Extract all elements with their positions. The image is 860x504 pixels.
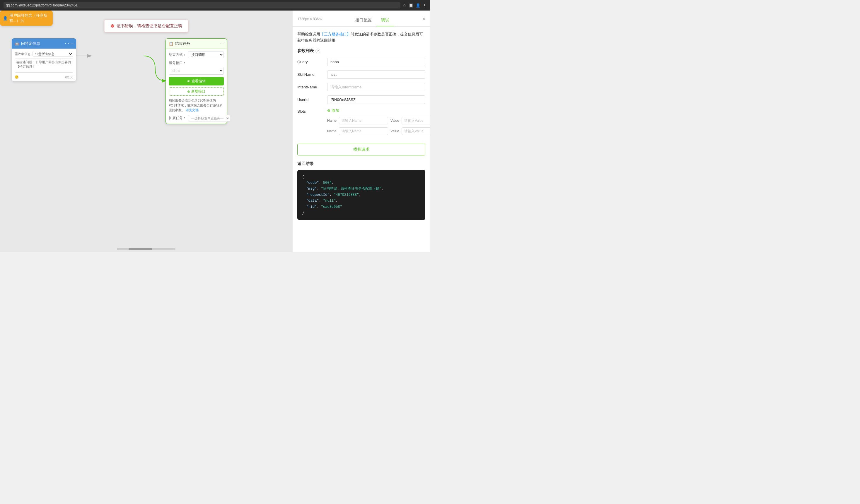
param-row-query: Query [297,58,425,66]
error-icon: ⊗ [111,23,114,29]
browser-icons: ☆ 🔲 👤 ⋮ [403,3,427,8]
user-answer-node: 👤 用户回答包含（任意所有...）后 [0,11,53,26]
tab-debug[interactable]: 调试 [376,15,394,26]
menu-icon[interactable]: ⋮ [423,3,427,8]
query-label: Query [297,60,324,64]
scroll-bar-thumb [129,248,152,250]
error-toast: ⊗ 证书错误，请检查证书是否配置正确 [104,19,188,32]
question-textarea[interactable] [15,59,73,73]
canvas-area: ⊗ 证书错误，请检查证书是否配置正确 🤖 问特定信 [0,11,292,252]
skillname-label: SkillName [297,72,324,77]
add-icon: ⊕ [187,90,190,94]
extend-row: 扩展任务： —选择触发内置任务— [169,115,224,121]
panel-close-button[interactable]: × [422,16,425,25]
counter: 0/100 [65,75,73,79]
add-slot-label: 添加 [332,108,339,113]
add-slot-button[interactable]: ⊕ 添加 [327,108,339,113]
view-edit-label: 查看编辑 [191,79,206,84]
extension-icon[interactable]: 🔲 [408,3,413,8]
browser-bar: qq.com/@its6ec12/platform/dialogue/23424… [0,0,430,11]
end-way-label: 结束方式： [169,53,186,57]
slots-row: Slots ⊕ 添加 Name Value Name [297,108,425,138]
question-node: 🤖 问特定信息 ⋯ 需收集信息 任意所有信息 🙂 0/100 [12,38,76,81]
question-node-footer: 🙂 0/100 [15,73,73,79]
slot2-value-label: Value [390,129,399,133]
user-icon: 👤 [3,16,8,20]
question-node-body: 需收集信息 任意所有信息 🙂 0/100 [12,48,76,81]
panel-description: 帮助检查调用【三方服务接口】时发送的请求参数是否正确，提交信息后可获得服务器的返… [297,31,425,44]
slot-row-2: Name Value [327,127,430,135]
star-icon[interactable]: ☆ [403,3,406,8]
robot-icon: 🤖 [15,41,19,46]
browser-url[interactable]: qq.com/@its6ec12/platform/dialogue/23424… [3,2,400,9]
end-way-row: 结束方式： 接口调用 [169,51,224,58]
skillname-input[interactable] [327,70,425,79]
params-title: 参数列表 ? [297,48,425,54]
intentname-input[interactable] [327,83,425,91]
extend-label: 扩展任务： [169,116,186,121]
slot2-name-input[interactable] [339,127,388,135]
result-title: 返回结果 [297,161,425,166]
panel-header: 1728px × 836px 接口配置 调试 × [292,11,430,27]
eye-icon: 👁 [187,79,190,84]
intentname-label: IntentName [297,85,324,89]
slots-label: Slots [297,108,324,114]
result-code-block: { "code": 5004, "msg": "证书错误，请检查证书是否配置正确… [297,170,425,220]
userid-input[interactable] [327,95,425,104]
panel-tabs: 接口配置 调试 [350,15,394,26]
user-node-title: 用户回答包含（任意所有...）后 [9,13,50,24]
slot2-value-input[interactable] [402,127,430,135]
userid-label: UserId [297,98,324,102]
panel-body: 帮助检查调用【三方服务接口】时发送的请求参数是否正确，提交信息后可获得服务器的返… [292,27,430,252]
tab-config[interactable]: 接口配置 [350,15,376,26]
query-input[interactable] [327,58,425,66]
main-container: ⊗ 证书错误，请检查证书是否配置正确 🤖 问特定信 [0,11,430,252]
extend-select[interactable]: —选择触发内置任务— [188,115,230,121]
end-node-header: 📋 结束任务 ⋯ [166,39,227,49]
end-node-title: 结束任务 [175,41,190,46]
simulate-button[interactable]: 模拟请求 [297,144,425,155]
emoji-icon[interactable]: 🙂 [15,75,19,79]
question-node-menu[interactable]: ⋯ [65,41,73,46]
chat-select[interactable]: chat [169,67,224,75]
end-way-select[interactable]: 接口调用 [188,51,224,58]
add-interface-button[interactable]: ⊕ 新增接口 [169,87,224,96]
param-row-intentname: IntentName [297,83,425,91]
view-edit-button[interactable]: 👁 查看编辑 [169,77,224,86]
profile-icon[interactable]: 👤 [416,3,420,8]
user-node-header: 👤 用户回答包含（任意所有...）后 [3,13,50,24]
right-panel: 1728px × 836px 接口配置 调试 × 帮助检查调用【三方服务接口】时… [292,11,430,252]
slot1-value-label: Value [390,119,399,123]
service-label: 服务接口： [169,61,224,65]
question-node-field: 需收集信息 任意所有信息 [15,51,73,57]
end-node-menu[interactable]: ⋯ [220,42,224,46]
param-row-userid: UserId [297,95,425,104]
end-node-body: 结束方式： 接口调用 服务接口： chat 👁 查看编辑 ⊕ 新增接口 [166,49,227,124]
field-label: 需收集信息 [15,52,31,56]
error-text: 证书错误，请检查证书是否配置正确 [117,24,182,29]
field-select[interactable]: 任意所有信息 [32,51,73,57]
slot1-name-input[interactable] [339,117,388,124]
slots-content: ⊕ 添加 Name Value Name Value [327,108,430,138]
param-row-skillname: SkillName [297,70,425,79]
add-slot-icon: ⊕ [327,108,330,113]
question-node-header: 🤖 问特定信息 ⋯ [12,38,76,48]
add-interface-label: 新增接口 [191,89,205,94]
help-icon[interactable]: ? [315,48,320,53]
desc-link[interactable]: 详见文档 [186,108,199,112]
task-icon: 📋 [169,42,173,46]
slot1-value-input[interactable] [402,117,430,124]
params-title-text: 参数列表 [297,48,314,54]
end-node-desc: 您的服务会收到包含JSON主体的POST请求，请求包含服务自行逻辑所需的参数。 … [169,98,224,113]
panel-desc-link[interactable]: 【三方服务接口】 [320,32,350,36]
slot2-name-label: Name [327,129,336,133]
slot1-name-label: Name [327,119,336,123]
end-task-node: 📋 结束任务 ⋯ 结束方式： 接口调用 服务接口： chat 👁 [166,38,227,124]
slot-row-1: Name Value [327,117,430,124]
size-label: 1728px × 836px [297,17,322,24]
question-node-title: 问特定信息 [21,41,40,46]
scroll-bar-container[interactable] [117,248,175,250]
